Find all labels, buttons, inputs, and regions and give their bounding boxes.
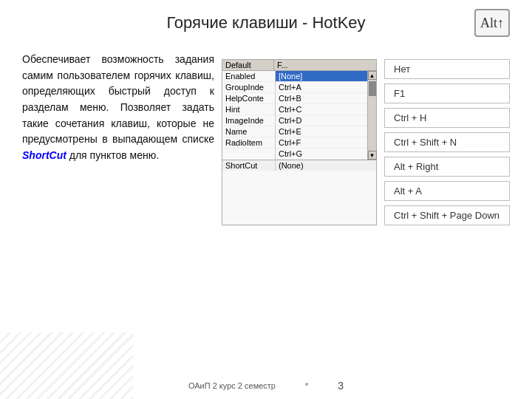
key-item-ctrl-shift-n[interactable]: Ctrl + Shift + N [384,132,510,152]
key-item-alt-right[interactable]: Alt + Right [384,157,510,177]
scroll-thumb[interactable] [369,81,376,96]
scroll-down-button[interactable]: ▼ [368,151,377,160]
key-item-ctrl-h[interactable]: Ctrl + H [384,108,510,128]
alt-icon: Alt↑ [474,9,510,37]
footer: ОАиП 2 курс 2 семестр * 3 [0,380,532,392]
list-item[interactable]: Ctrl+F [276,137,376,149]
list-item[interactable]: Ctrl+E [276,126,376,137]
dropdown-footer-value: (None) [276,160,376,171]
key-item-ctrl-shift-pagedown[interactable]: Ctrl + Shift + Page Down [384,205,510,225]
key-item-alt-a[interactable]: Alt + A [384,181,510,201]
dropdown-col-left: Enabled GroupInde HelpConte Hint ImageIn… [222,71,276,160]
page-number: 3 [338,380,344,392]
list-item[interactable]: ImageInde [222,115,275,126]
page-title: Горячие клавиши - HotKey [0,13,532,33]
list-item[interactable]: Ctrl+C [276,104,376,115]
description-paragraph: Обеспечивает возможность задания самим п… [22,53,214,145]
dropdown-header: Default F... [222,60,376,71]
list-item[interactable]: Hint [222,104,275,115]
scroll-up-button[interactable]: ▲ [368,71,377,80]
footer-separator: * [305,381,308,390]
shortcut-label: ShortCut [22,149,66,161]
key-list: Нет F1 Ctrl + H Ctrl + Shift + N Alt + R… [384,59,510,225]
list-item[interactable]: Ctrl+G [276,149,376,160]
dropdown-footer-label: ShortCut [222,160,276,171]
scrollbar[interactable]: ▲ ▼ [367,71,376,160]
main-content: Обеспечивает возможность задания самим п… [0,44,532,225]
list-item[interactable]: RadioItem [222,137,275,149]
list-item[interactable]: Name [222,126,275,137]
dropdown-body: Enabled GroupInde HelpConte Hint ImageIn… [222,71,376,160]
right-panel: Default F... Enabled GroupInde HelpConte… [222,52,510,225]
list-item[interactable]: GroupInde [222,82,275,93]
footer-text: ОАиП 2 курс 2 семестр [188,381,276,390]
dropdown-table: Default F... Enabled GroupInde HelpConte… [222,59,377,225]
dropdown-col-right: [None] Ctrl+A Ctrl+B Ctrl+C Ctrl+D Ctrl+… [276,71,376,160]
alt-icon-label: Alt↑ [480,16,504,31]
dropdown-footer: ShortCut (None) [222,160,376,171]
list-item[interactable]: Ctrl+B [276,93,376,104]
list-item[interactable]: HelpConte [222,93,275,104]
list-item[interactable]: Enabled [222,71,275,82]
dropdown-header-right: F... [274,60,376,70]
dropdown-header-left: Default [222,60,274,70]
dropdown-selected-item[interactable]: [None] [276,71,376,82]
description-paragraph-end: для пунктов меню. [66,149,159,161]
key-item-f1[interactable]: F1 [384,83,510,103]
list-item[interactable]: Ctrl+D [276,115,376,126]
description-text: Обеспечивает возможность задания самим п… [22,52,222,225]
key-item-none[interactable]: Нет [384,59,510,79]
list-item[interactable]: Ctrl+A [276,82,376,93]
